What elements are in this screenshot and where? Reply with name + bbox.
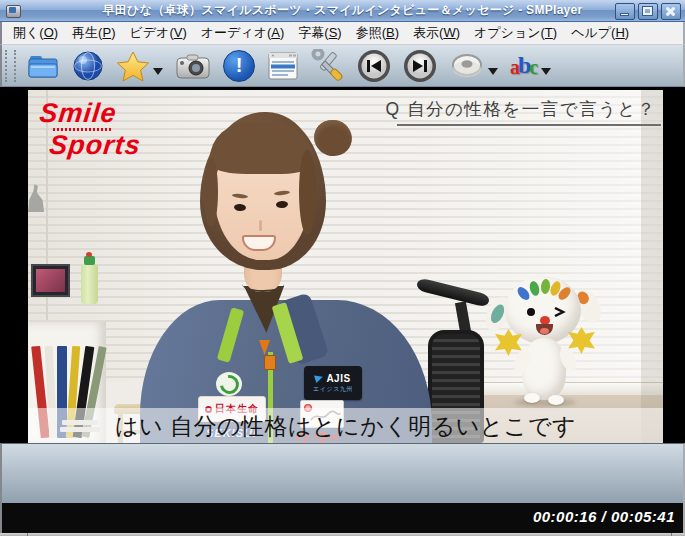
favorites-dropdown-arrow[interactable] — [153, 68, 163, 75]
subtitles-button[interactable]: abc — [504, 47, 557, 85]
toolbar: ! — [0, 45, 685, 87]
audio-track-button[interactable] — [443, 47, 504, 85]
minimize-button[interactable] — [615, 3, 635, 20]
folder-icon — [26, 51, 60, 81]
bottle — [81, 264, 98, 304]
next-button[interactable] — [397, 47, 443, 85]
sponsor-swirl-logo — [216, 372, 242, 396]
menubar: 開く(O) 再生(P) ビデオ(V) オーディオ(A) 字幕(S) 参照(B) … — [0, 22, 685, 45]
question-overlay: Q 自分の性格を一言で言うと？ — [385, 97, 656, 121]
menu-play[interactable]: 再生(P) — [65, 22, 122, 44]
skip-back-icon — [357, 49, 391, 83]
maximize-button[interactable] — [638, 3, 658, 20]
close-button[interactable] — [661, 3, 681, 20]
screenshot-button[interactable] — [169, 47, 217, 85]
audio-dropdown-arrow[interactable] — [488, 68, 498, 75]
star-icon — [116, 50, 150, 82]
tools-icon — [311, 49, 345, 83]
ajis-patch: AJIS エイジス九州 — [304, 366, 362, 400]
speaker-donut-icon — [449, 52, 485, 80]
menu-video[interactable]: ビデオ(V) — [122, 22, 193, 44]
subtitles-dropdown-arrow[interactable] — [541, 68, 551, 75]
subtitle-text: はい 自分の性格はとにかく明るいとこです — [115, 411, 576, 442]
camera-icon — [175, 52, 211, 80]
info-icon: ! — [223, 50, 255, 82]
open-url-button[interactable] — [66, 47, 110, 85]
photo-frame — [31, 264, 70, 297]
abc-subtitles-icon: abc — [510, 52, 538, 79]
toolbar-grip[interactable] — [5, 50, 16, 82]
titlebar[interactable]: 早田ひな（卓球）スマイルスポーツ・スマイルインタビュー＆メッセージ - SMPl… — [0, 0, 685, 22]
status-bar: 00:00:16 / 00:05:41 — [0, 503, 685, 533]
smile-sports-logo: Smile Sports — [35, 100, 146, 159]
menu-browse[interactable]: 参照(B) — [349, 22, 406, 44]
skip-forward-icon — [403, 49, 437, 83]
video-frame: 日本生命 SEKISUI AJIS エイジス九州 はい 自分の性格はとにかく明る… — [28, 90, 663, 443]
question-underline — [397, 124, 661, 126]
menu-options[interactable]: オプション(T) — [467, 22, 564, 44]
info-button[interactable]: ! — [217, 47, 261, 85]
menu-help[interactable]: ヘルプ(H) — [564, 22, 636, 44]
menu-audio[interactable]: オーディオ(A) — [194, 22, 292, 44]
globe-icon — [72, 50, 104, 82]
window-title: 早田ひな（卓球）スマイルスポーツ・スマイルインタビュー＆メッセージ - SMPl… — [0, 2, 685, 19]
preferences-button[interactable] — [305, 47, 351, 85]
previous-button[interactable] — [351, 47, 397, 85]
mascot-wink-eye — [554, 307, 566, 317]
subtitle-band: はい 自分の性格はとにかく明るいとこです — [28, 408, 663, 443]
menu-view[interactable]: 表示(W) — [406, 22, 467, 44]
playlist-icon — [267, 51, 299, 81]
menu-open[interactable]: 開く(O) — [6, 22, 65, 44]
time-display: 00:00:16 / 00:05:41 — [533, 508, 675, 525]
playlist-button[interactable] — [261, 47, 305, 85]
smplayer-window: 早田ひな（卓球）スマイルスポーツ・スマイルインタビュー＆メッセージ - SMPl… — [0, 0, 685, 536]
menu-subtitles[interactable]: 字幕(S) — [291, 22, 348, 44]
control-bar — [0, 443, 685, 503]
video-display[interactable]: 日本生命 SEKISUI AJIS エイジス九州 はい 自分の性格はとにかく明る… — [0, 87, 685, 443]
favorites-button[interactable] — [110, 47, 169, 85]
open-file-button[interactable] — [20, 47, 66, 85]
mascot-eye — [527, 308, 535, 316]
